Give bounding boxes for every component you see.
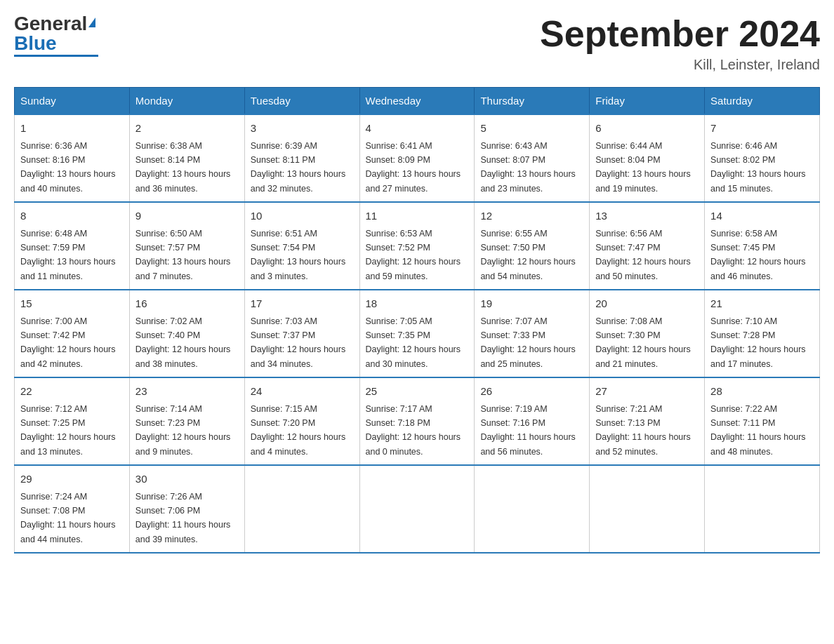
calendar-week-2: 8 Sunrise: 6:48 AMSunset: 7:59 PMDayligh… — [15, 202, 820, 290]
table-row: 16 Sunrise: 7:02 AMSunset: 7:40 PMDaylig… — [129, 290, 244, 377]
day-number: 26 — [480, 384, 583, 400]
day-number: 5 — [480, 121, 583, 137]
day-number: 12 — [480, 208, 583, 224]
day-info: Sunrise: 6:43 AMSunset: 8:07 PMDaylight:… — [480, 141, 576, 194]
col-sunday: Sunday — [15, 88, 130, 115]
day-info: Sunrise: 7:12 AMSunset: 7:25 PMDaylight:… — [20, 404, 116, 457]
day-number: 1 — [20, 121, 124, 137]
day-info: Sunrise: 6:44 AMSunset: 8:04 PMDaylight:… — [595, 141, 691, 194]
day-info: Sunrise: 6:58 AMSunset: 7:45 PMDaylight:… — [710, 229, 806, 281]
day-number: 2 — [135, 121, 239, 137]
day-number: 22 — [20, 384, 124, 400]
day-info: Sunrise: 6:46 AMSunset: 8:02 PMDaylight:… — [710, 141, 806, 194]
day-number: 23 — [135, 384, 239, 400]
day-info: Sunrise: 7:05 AMSunset: 7:35 PMDaylight:… — [366, 316, 461, 369]
day-info: Sunrise: 7:21 AMSunset: 7:13 PMDaylight:… — [595, 404, 691, 457]
logo-text: GeneralBlue — [14, 14, 95, 53]
table-row: 17 Sunrise: 7:03 AMSunset: 7:37 PMDaylig… — [244, 290, 359, 377]
day-info: Sunrise: 7:03 AMSunset: 7:37 PMDaylight:… — [251, 316, 346, 369]
table-row: 19 Sunrise: 7:07 AMSunset: 7:33 PMDaylig… — [475, 290, 590, 377]
day-info: Sunrise: 6:53 AMSunset: 7:52 PMDaylight:… — [366, 229, 461, 281]
day-number: 24 — [251, 384, 354, 400]
day-info: Sunrise: 6:41 AMSunset: 8:09 PMDaylight:… — [366, 141, 461, 194]
table-row: 27 Sunrise: 7:21 AMSunset: 7:13 PMDaylig… — [590, 377, 705, 465]
table-row: 3 Sunrise: 6:39 AMSunset: 8:11 PMDayligh… — [244, 114, 359, 202]
day-number: 16 — [135, 296, 239, 312]
logo-underline — [14, 55, 98, 57]
table-row — [244, 465, 359, 553]
calendar-table: Sunday Monday Tuesday Wednesday Thursday… — [14, 87, 820, 554]
table-row: 9 Sunrise: 6:50 AMSunset: 7:57 PMDayligh… — [129, 202, 244, 290]
day-info: Sunrise: 6:39 AMSunset: 8:11 PMDaylight:… — [251, 141, 346, 194]
table-row: 10 Sunrise: 6:51 AMSunset: 7:54 PMDaylig… — [244, 202, 359, 290]
table-row: 4 Sunrise: 6:41 AMSunset: 8:09 PMDayligh… — [359, 114, 475, 202]
logo: GeneralBlue — [14, 14, 98, 57]
table-row: 26 Sunrise: 7:19 AMSunset: 7:16 PMDaylig… — [475, 377, 590, 465]
day-info: Sunrise: 7:00 AMSunset: 7:42 PMDaylight:… — [20, 316, 116, 369]
table-row: 20 Sunrise: 7:08 AMSunset: 7:30 PMDaylig… — [590, 290, 705, 377]
day-info: Sunrise: 7:24 AMSunset: 7:08 PMDaylight:… — [20, 492, 116, 544]
day-info: Sunrise: 7:14 AMSunset: 7:23 PMDaylight:… — [135, 404, 231, 457]
day-number: 28 — [710, 384, 814, 400]
calendar-week-3: 15 Sunrise: 7:00 AMSunset: 7:42 PMDaylig… — [15, 290, 820, 377]
table-row: 7 Sunrise: 6:46 AMSunset: 8:02 PMDayligh… — [705, 114, 820, 202]
day-info: Sunrise: 7:02 AMSunset: 7:40 PMDaylight:… — [135, 316, 231, 369]
day-number: 17 — [251, 296, 354, 312]
day-number: 25 — [366, 384, 469, 400]
day-number: 9 — [135, 208, 239, 224]
logo-blue-text: Blue — [14, 32, 57, 54]
day-number: 7 — [710, 121, 814, 137]
table-row: 1 Sunrise: 6:36 AMSunset: 8:16 PMDayligh… — [15, 114, 130, 202]
table-row: 22 Sunrise: 7:12 AMSunset: 7:25 PMDaylig… — [15, 377, 130, 465]
day-info: Sunrise: 7:15 AMSunset: 7:20 PMDaylight:… — [251, 404, 346, 457]
table-row: 6 Sunrise: 6:44 AMSunset: 8:04 PMDayligh… — [590, 114, 705, 202]
calendar-header-row: Sunday Monday Tuesday Wednesday Thursday… — [15, 88, 820, 115]
table-row: 29 Sunrise: 7:24 AMSunset: 7:08 PMDaylig… — [15, 465, 130, 553]
table-row: 14 Sunrise: 6:58 AMSunset: 7:45 PMDaylig… — [705, 202, 820, 290]
logo-triangle-icon — [88, 18, 95, 27]
table-row: 23 Sunrise: 7:14 AMSunset: 7:23 PMDaylig… — [129, 377, 244, 465]
day-info: Sunrise: 7:22 AMSunset: 7:11 PMDaylight:… — [710, 404, 806, 457]
day-number: 14 — [710, 208, 814, 224]
col-tuesday: Tuesday — [244, 88, 359, 115]
day-info: Sunrise: 6:48 AMSunset: 7:59 PMDaylight:… — [20, 229, 116, 281]
calendar-week-1: 1 Sunrise: 6:36 AMSunset: 8:16 PMDayligh… — [15, 114, 820, 202]
table-row — [705, 465, 820, 553]
day-number: 15 — [20, 296, 124, 312]
table-row: 15 Sunrise: 7:00 AMSunset: 7:42 PMDaylig… — [15, 290, 130, 377]
day-info: Sunrise: 6:51 AMSunset: 7:54 PMDaylight:… — [251, 229, 346, 281]
day-number: 3 — [251, 121, 354, 137]
table-row: 11 Sunrise: 6:53 AMSunset: 7:52 PMDaylig… — [359, 202, 475, 290]
calendar-week-5: 29 Sunrise: 7:24 AMSunset: 7:08 PMDaylig… — [15, 465, 820, 553]
table-row: 8 Sunrise: 6:48 AMSunset: 7:59 PMDayligh… — [15, 202, 130, 290]
day-number: 21 — [710, 296, 814, 312]
day-number: 30 — [135, 471, 239, 488]
day-info: Sunrise: 6:56 AMSunset: 7:47 PMDaylight:… — [595, 229, 691, 281]
day-info: Sunrise: 7:08 AMSunset: 7:30 PMDaylight:… — [595, 316, 691, 369]
col-thursday: Thursday — [475, 88, 590, 115]
day-number: 20 — [595, 296, 699, 312]
day-number: 10 — [251, 208, 354, 224]
col-monday: Monday — [129, 88, 244, 115]
day-number: 4 — [366, 121, 469, 137]
day-number: 29 — [20, 471, 124, 488]
table-row: 28 Sunrise: 7:22 AMSunset: 7:11 PMDaylig… — [705, 377, 820, 465]
page-header: GeneralBlue September 2024 Kill, Leinste… — [14, 14, 820, 73]
day-info: Sunrise: 6:36 AMSunset: 8:16 PMDaylight:… — [20, 141, 116, 194]
col-saturday: Saturday — [705, 88, 820, 115]
day-info: Sunrise: 7:19 AMSunset: 7:16 PMDaylight:… — [480, 404, 576, 457]
day-number: 6 — [595, 121, 699, 137]
day-info: Sunrise: 6:38 AMSunset: 8:14 PMDaylight:… — [135, 141, 231, 194]
table-row: 13 Sunrise: 6:56 AMSunset: 7:47 PMDaylig… — [590, 202, 705, 290]
day-number: 13 — [595, 208, 699, 224]
day-number: 11 — [366, 208, 469, 224]
col-wednesday: Wednesday — [359, 88, 475, 115]
calendar-week-4: 22 Sunrise: 7:12 AMSunset: 7:25 PMDaylig… — [15, 377, 820, 465]
table-row: 30 Sunrise: 7:26 AMSunset: 7:06 PMDaylig… — [129, 465, 244, 553]
day-info: Sunrise: 7:07 AMSunset: 7:33 PMDaylight:… — [480, 316, 576, 369]
table-row: 2 Sunrise: 6:38 AMSunset: 8:14 PMDayligh… — [129, 114, 244, 202]
day-number: 27 — [595, 384, 699, 400]
table-row: 18 Sunrise: 7:05 AMSunset: 7:35 PMDaylig… — [359, 290, 475, 377]
day-info: Sunrise: 7:26 AMSunset: 7:06 PMDaylight:… — [135, 492, 231, 544]
col-friday: Friday — [590, 88, 705, 115]
